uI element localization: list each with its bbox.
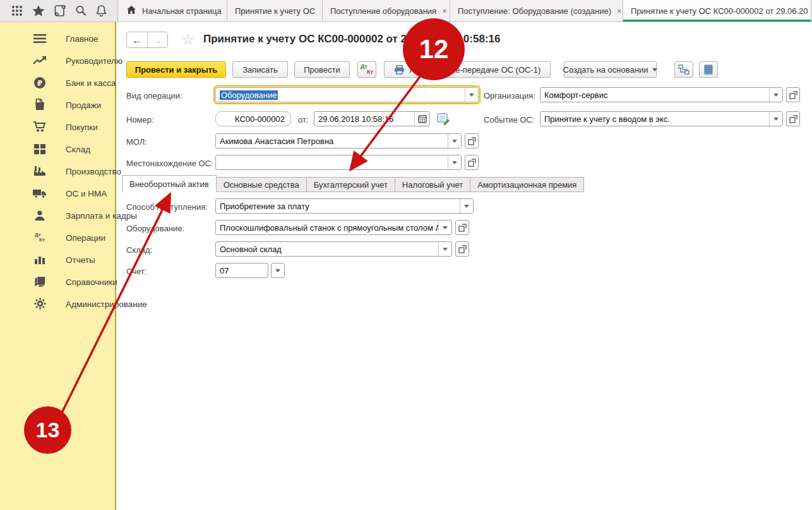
sidebar-item-fixed-assets[interactable]: ОС и НМА	[0, 182, 115, 204]
history-nav-buttons: ← →	[126, 32, 168, 48]
register-records-button[interactable]	[699, 61, 718, 78]
tab-acceptance-document-active[interactable]: Принятие к учету ОС КС00-000002 от 29.06…	[623, 0, 811, 21]
sidebar-item-label: Покупки	[66, 122, 98, 131]
account-dropdown-button[interactable]	[271, 263, 285, 278]
ruble-coin-icon: ₽	[32, 76, 48, 90]
main-menu-icon[interactable]	[11, 4, 23, 17]
calendar-icon[interactable]	[414, 112, 429, 126]
organization-open-button[interactable]	[786, 87, 800, 102]
trend-chart-icon	[32, 54, 48, 68]
change-number-icon[interactable]	[437, 112, 451, 127]
tab-accounting[interactable]: Бухгалтерский учет	[307, 177, 395, 192]
subordination-structure-button[interactable]	[674, 61, 693, 78]
dropdown-arrow-icon[interactable]	[465, 88, 478, 102]
sidebar-item-main[interactable]: Главное	[0, 27, 115, 49]
organization-field[interactable]: Комфорт-сервис	[540, 87, 783, 102]
dropdown-arrow-icon[interactable]	[438, 242, 451, 256]
system-tools-panel	[0, 0, 118, 21]
tab-home[interactable]: Начальная страница	[119, 0, 227, 21]
date-value: 29.06.2018 10:58:16	[314, 112, 414, 126]
equipment-open-button[interactable]	[455, 220, 469, 235]
person-icon	[32, 209, 48, 222]
print-act-button[interactable]: Акт о приеме-передаче ОС (ОС-1)	[384, 61, 551, 78]
post-and-close-button[interactable]: Провести и закрыть	[126, 61, 226, 78]
organization-label: Организация:	[484, 91, 535, 100]
sidebar-item-label: Склад	[66, 144, 90, 154]
date-label: от:	[298, 115, 309, 124]
location-label: Местонахождение ОС:	[126, 159, 213, 168]
show-postings-dtkt-button[interactable]: ДтКт	[357, 61, 376, 78]
tab-equipment-receipt-list[interactable]: Поступление оборудования ×	[323, 0, 450, 21]
warehouse-field[interactable]: Основной склад	[215, 241, 452, 257]
location-open-button[interactable]	[465, 155, 479, 170]
sidebar-item-bank-cash[interactable]: ₽ Банк и касса	[0, 71, 115, 94]
menu-icon	[32, 32, 48, 46]
bar-chart-icon	[32, 253, 48, 267]
dropdown-arrow-icon[interactable]	[460, 199, 473, 213]
sidebar-item-directories[interactable]: Справочники	[0, 270, 115, 293]
tab-noncurrent-asset[interactable]: Внеоборотный актив	[122, 175, 217, 192]
sidebar-item-manager[interactable]: Руководителю	[0, 49, 115, 71]
add-to-favorites-star-icon[interactable]: ☆	[182, 32, 194, 48]
save-button[interactable]: Записать	[232, 61, 288, 78]
dropdown-arrow-icon[interactable]	[448, 155, 461, 169]
dropdown-arrow-icon[interactable]	[769, 88, 782, 102]
mol-open-button[interactable]	[465, 133, 479, 149]
sidebar-item-salary-hr[interactable]: Зарплата и кадры	[0, 204, 115, 226]
sidebar-item-purchases[interactable]: Покупки	[0, 116, 115, 138]
structure-icon	[678, 64, 690, 75]
sidebar-item-label: Справочники	[66, 277, 117, 286]
factory-icon	[32, 164, 48, 178]
os-event-open-button[interactable]	[786, 111, 800, 126]
number-value: КС00-000002	[235, 114, 285, 124]
acquisition-method-field[interactable]: Приобретение за плату	[215, 198, 474, 214]
create-based-on-button[interactable]: Создать на основании	[564, 61, 657, 78]
back-button[interactable]: ←	[127, 32, 148, 47]
history-icon[interactable]	[54, 4, 66, 17]
number-field[interactable]: КС00-000002	[215, 111, 291, 126]
dropdown-arrow-icon[interactable]	[438, 221, 451, 234]
tab-receipt-new[interactable]: Поступление: Оборудование (создание) ×	[450, 0, 623, 21]
create-based-on-label: Создать на основании	[563, 65, 648, 75]
top-panel: Начальная страница Принятие к учету ОС ×…	[0, 0, 812, 22]
favorites-star-icon[interactable]	[32, 4, 45, 17]
tab-label: Поступление оборудования	[330, 6, 436, 16]
equipment-field[interactable]: Плоскошлифовальный станок с прямоугольны…	[215, 220, 452, 235]
sidebar-item-label: ОС и НМА	[66, 188, 107, 198]
location-field[interactable]	[215, 155, 462, 170]
tab-fixed-assets[interactable]: Основные средства	[217, 177, 307, 192]
close-icon[interactable]: ×	[617, 6, 622, 16]
search-icon[interactable]	[75, 4, 87, 17]
sidebar-item-warehouse[interactable]: Склад	[0, 138, 115, 160]
mol-field[interactable]: Акимова Анастасия Петровна	[215, 133, 462, 149]
mol-label: МОЛ:	[126, 137, 147, 147]
blocks-icon	[32, 142, 48, 156]
date-field[interactable]: 29.06.2018 10:58:16	[314, 111, 430, 126]
account-field[interactable]: 07	[215, 263, 268, 278]
close-icon[interactable]: ×	[442, 6, 447, 16]
sidebar-item-administration[interactable]: Администрирование	[0, 293, 115, 315]
os-event-label: Событие ОС:	[484, 115, 535, 124]
tab-acceptance-list[interactable]: Принятие к учету ОС ×	[227, 0, 323, 21]
os-event-field[interactable]: Принятие к учету с вводом в экс.	[540, 111, 783, 126]
sidebar-item-production[interactable]: Производство	[0, 160, 115, 182]
post-button[interactable]: Провести	[294, 61, 350, 78]
dropdown-arrow-icon[interactable]	[769, 112, 782, 126]
sidebar-item-label: Администрирование	[66, 299, 147, 308]
application-window: Начальная страница Принятие к учету ОС ×…	[0, 0, 812, 510]
acquisition-method-value: Приобретение за плату	[216, 199, 460, 213]
sidebar-item-reports[interactable]: Отчеты	[0, 248, 115, 270]
equipment-value: Плоскошлифовальный станок с прямоугольны…	[216, 221, 438, 234]
sidebar-item-operations[interactable]: ДтКт Операции	[0, 226, 115, 248]
page-title: Принятие к учету ОС КС00-000002 от 29.06…	[203, 33, 500, 46]
os-event-value: Принятие к учету с вводом в экс.	[540, 112, 769, 126]
forward-button[interactable]: →	[148, 32, 168, 47]
tab-depreciation-bonus[interactable]: Амортизационная премия	[470, 177, 584, 192]
warehouse-open-button[interactable]	[455, 241, 469, 257]
dropdown-arrow-icon[interactable]	[448, 134, 461, 148]
operation-kind-field[interactable]: Оборудование	[215, 87, 479, 102]
notifications-bell-icon[interactable]	[95, 4, 107, 17]
gear-icon	[32, 297, 48, 311]
tab-tax-accounting[interactable]: Налоговый учет	[395, 177, 470, 192]
sidebar-item-sales[interactable]: Продажи	[0, 94, 115, 116]
